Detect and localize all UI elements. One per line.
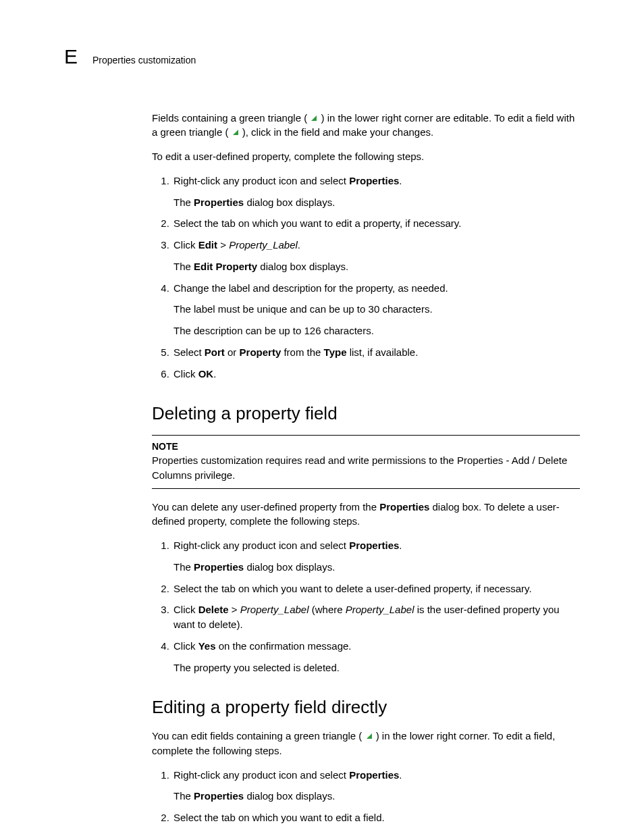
text: dialog box displays. xyxy=(244,561,335,573)
text: . xyxy=(298,239,300,251)
text: Right-click any product icon and select xyxy=(173,175,349,186)
bold-text: Property xyxy=(240,346,281,358)
steps-list: Right-click any product icon and select … xyxy=(152,538,580,675)
bold-text: Properties xyxy=(349,175,399,186)
text: list, if available. xyxy=(347,346,419,358)
intro-paragraph-1: Fields containing a green triangle ( ) i… xyxy=(152,111,580,140)
text: Select xyxy=(173,346,205,358)
text: The xyxy=(173,197,194,208)
steps-list: Right-click any product icon and select … xyxy=(152,768,580,834)
text: The xyxy=(173,790,194,802)
text: The xyxy=(173,561,194,573)
intro-paragraph-2: To edit a user-defined property, complet… xyxy=(152,149,580,164)
bold-text: OK xyxy=(198,368,214,380)
green-triangle-icon xyxy=(310,114,318,122)
italic-text: Property_Label xyxy=(346,604,414,615)
bold-text: Properties xyxy=(379,501,429,513)
text: . xyxy=(399,175,402,186)
list-item: Select the tab on which you want to edit… xyxy=(172,810,580,834)
page: E Properties customization Fields contai… xyxy=(0,0,644,834)
text: Select the tab on which you want to edit… xyxy=(173,812,385,823)
bold-text: Properties xyxy=(194,561,244,573)
italic-text: Property_Label xyxy=(229,239,298,251)
sub-text: The Properties dialog box displays. xyxy=(173,560,580,575)
page-title: Properties customization xyxy=(92,53,196,67)
list-item: Right-click any product icon and select … xyxy=(172,768,580,804)
text: You can edit fields containing a green t… xyxy=(152,730,362,741)
bold-text: Properties xyxy=(349,540,399,551)
bold-text: Port xyxy=(205,346,225,358)
text: dialog box displays. xyxy=(257,261,348,272)
svg-marker-1 xyxy=(233,130,238,135)
list-item: Right-click any product icon and select … xyxy=(172,538,580,575)
text: The xyxy=(173,261,194,272)
list-item: Select the tab on which you want to dele… xyxy=(172,581,580,596)
list-item: Change the label and description for the… xyxy=(172,281,580,338)
sub-text: The Properties dialog box displays. xyxy=(173,789,580,804)
note-box: NOTE Properties customization requires r… xyxy=(152,435,580,489)
bold-text: Edit Property xyxy=(194,261,257,272)
italic-text: Property_Label xyxy=(240,604,309,615)
text: > xyxy=(217,239,229,251)
note-text: Properties customization requires read a… xyxy=(152,453,580,483)
text: Select the tab on which you want to edit… xyxy=(173,217,461,229)
text: . xyxy=(399,540,402,551)
text: Fields containing a green triangle ( xyxy=(152,112,307,124)
bold-text: Yes xyxy=(198,640,216,652)
bold-text: Type xyxy=(324,346,347,358)
intro-paragraph: You can edit fields containing a green t… xyxy=(152,729,580,758)
list-item: Click Yes on the confirmation message. T… xyxy=(172,639,580,675)
text: > xyxy=(229,604,240,615)
list-item: Select the tab on which you want to edit… xyxy=(172,216,580,231)
page-header: E Properties customization xyxy=(64,42,580,72)
intro-paragraph: You can delete any user-defined property… xyxy=(152,500,580,529)
section-heading-editing-directly: Editing a property field directly xyxy=(152,695,580,721)
text: . xyxy=(213,368,216,380)
bold-text: Properties xyxy=(194,197,244,208)
green-triangle-icon xyxy=(365,732,373,740)
list-item: Click OK. xyxy=(172,367,580,382)
text: or xyxy=(225,346,240,358)
text: Change the label and description for the… xyxy=(173,282,448,294)
text: (where xyxy=(309,604,346,615)
note-label: NOTE xyxy=(152,440,580,453)
sub-text: The Edit Property dialog box displays. xyxy=(173,259,580,274)
sub-text: The label must be unique and can be up t… xyxy=(173,302,580,317)
text: Right-click any product icon and select xyxy=(173,540,349,551)
sub-text: The property you selected is deleted. xyxy=(173,660,580,675)
text: Click xyxy=(173,604,198,615)
bold-text: Properties xyxy=(349,769,399,781)
steps-list: Right-click any product icon and select … xyxy=(152,174,580,382)
svg-marker-2 xyxy=(367,733,372,739)
sub-text: The Properties dialog box displays. xyxy=(173,195,580,210)
svg-marker-0 xyxy=(311,115,317,121)
green-triangle-icon xyxy=(232,128,240,136)
bold-text: Edit xyxy=(198,239,217,251)
list-item: Right-click any product icon and select … xyxy=(172,174,580,210)
text: dialog box displays. xyxy=(244,790,335,802)
text: Click xyxy=(173,368,198,380)
list-item: Select Port or Property from the Type li… xyxy=(172,345,580,360)
text: Click xyxy=(173,640,198,652)
text: dialog box displays. xyxy=(244,197,335,208)
text: . xyxy=(399,769,402,781)
sub-text: The description can be up to 126 charact… xyxy=(173,323,580,338)
section-heading-deleting: Deleting a property field xyxy=(152,401,580,427)
list-item: Click Edit > Property_Label. The Edit Pr… xyxy=(172,238,580,274)
text: on the confirmation message. xyxy=(216,640,352,652)
list-item: Click Delete > Property_Label (where Pro… xyxy=(172,602,580,632)
main-content: Fields containing a green triangle ( ) i… xyxy=(152,111,580,835)
text: from the xyxy=(281,346,323,358)
appendix-letter: E xyxy=(64,42,78,72)
text: Select the tab on which you want to dele… xyxy=(173,583,532,594)
text: Right-click any product icon and select xyxy=(173,769,349,781)
text: Click xyxy=(173,239,198,251)
text: You can delete any user-defined property… xyxy=(152,501,379,513)
bold-text: Properties xyxy=(194,790,244,802)
text: ), click in the field and make your chan… xyxy=(242,126,433,138)
bold-text: Delete xyxy=(198,604,229,615)
